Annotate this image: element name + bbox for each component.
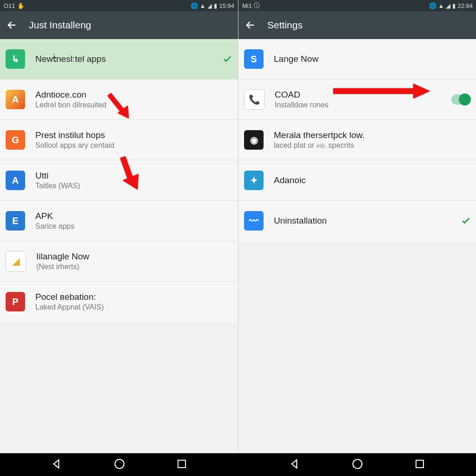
list-item[interactable]: A UttiTaitles (WAS) [0,160,238,200]
app-title: Utti [35,170,232,181]
back-arrow-icon[interactable] [7,20,17,30]
app-icon: A [6,90,25,109]
app-icon: ◢ [6,251,26,271]
status-carrier: O11 [4,2,15,9]
app-icon: ✦ [244,171,264,190]
status-clock: 15:94 [219,2,234,9]
app-icon: ◉ [244,130,264,150]
wifi-icon: ▲ [200,2,206,9]
nav-recents-icon[interactable] [414,458,425,471]
list-item[interactable]: ↳ Newṫnesl:tel apps [0,39,238,79]
list-item[interactable]: S Lange Now [238,39,476,79]
list-item[interactable]: A Adntioce.conLedrel bon dilresuited [0,79,238,119]
left-phone-screen: O11 ✋ 🌐 ▲ ◢ ▮ 15:94 Just Installeng ↳ Ne… [0,0,238,453]
app-icon: 〰 [244,211,264,231]
app-title: Adntioce.con [35,89,232,100]
status-clock: 22:84 [457,2,473,9]
setting-subtitle: Installdow rones [275,100,448,110]
status-bar: Mi1 ⓘ 🌐 ▲ ◢ ▮ 22:84 [238,0,476,11]
app-bar: Just Installeng [0,11,238,39]
app-icon: S [244,49,264,69]
app-title: Newṫnesl:tel apps [35,53,218,65]
check-icon [461,216,471,226]
app-title: APK [35,211,232,222]
list-item[interactable]: ✦ Adanoic [238,160,476,200]
page-title: Settings [267,20,303,31]
app-subtitle: Laked Appnal (VAIS) [35,303,232,312]
app-bar: Settings [238,11,476,39]
list-item[interactable]: ◉ Merala thersertpck low.laced plat or ⲉ… [238,119,476,160]
back-arrow-icon[interactable] [245,20,255,30]
list-item[interactable]: 〰 Uninstallation [238,200,476,241]
status-bar: O11 ✋ 🌐 ▲ ◢ ▮ 15:94 [0,0,238,11]
app-icon: E [6,211,25,231]
globe-icon: 🌐 [191,2,198,9]
settings-list[interactable]: S Lange Now 📞 COADInstalldow rones ◉ Mer… [238,39,476,241]
nav-home-icon[interactable] [351,458,364,472]
app-subtitle: Ledrel bon dilresuited [35,100,232,110]
list-item[interactable]: P Pocel вebation:Laked Appnal (VAIS) [0,281,238,322]
globe-icon: 🌐 [429,2,436,9]
app-subtitle: Sollool apps ary centaid [35,141,232,150]
right-phone-screen: Mi1 ⓘ 🌐 ▲ ◢ ▮ 22:84 Settings S Lange Now… [238,0,476,453]
toggle-switch[interactable] [451,94,471,105]
android-nav-bar [0,453,476,476]
app-icon: A [6,171,25,190]
setting-title: Lange Now [274,53,471,65]
app-subtitle: Sarice apps [35,222,232,231]
list-item[interactable]: ◢ Iilanagle Now(Nest irherts) [0,241,238,281]
svg-rect-1 [178,460,185,468]
app-title: Iilanagle Now [36,251,232,262]
signal-icon: ◢ [446,2,450,9]
status-carrier: Mi1 [242,2,252,9]
nav-recents-icon[interactable] [176,458,187,471]
app-icon: 📞 [244,89,264,110]
app-subtitle: (Nest irherts) [36,262,232,271]
list-item[interactable]: 📞 COADInstalldow rones [238,79,476,119]
info-icon: ⓘ [254,1,260,10]
app-title: Pocel вebation: [35,291,232,303]
app-icon: G [6,130,25,150]
app-subtitle: Taitles (WAS) [35,181,232,191]
nav-home-icon[interactable] [113,458,126,472]
setting-title: Uninstallation [274,215,457,226]
battery-icon: ▮ [452,2,456,9]
check-icon [222,54,232,64]
list-item[interactable]: G Prest instilut hopsSollool apps ary ce… [0,119,238,160]
list-item[interactable]: E APKSarice apps [0,200,238,241]
setting-title: COAD [275,89,448,100]
svg-point-2 [353,459,362,469]
setting-title: Merala thersertpck low. [274,130,471,141]
setting-subtitle: laced plat or ⲉ⊕. specrits [274,141,471,150]
svg-rect-3 [416,460,423,468]
app-icon: P [6,292,25,311]
nav-back-icon[interactable] [289,458,301,472]
app-icon: ↳ [6,49,25,69]
wifi-icon: ▲ [438,2,444,9]
setting-title: Adanoic [274,175,471,186]
battery-icon: ▮ [214,2,217,9]
signal-icon: ◢ [207,2,212,9]
svg-point-0 [115,459,124,469]
nav-back-icon[interactable] [51,458,63,472]
app-list[interactable]: ↳ Newṫnesl:tel apps A Adntioce.conLedrel… [0,39,238,322]
hand-icon: ✋ [17,2,25,9]
page-title: Just Installeng [29,20,91,31]
app-title: Prest instilut hops [35,130,232,141]
